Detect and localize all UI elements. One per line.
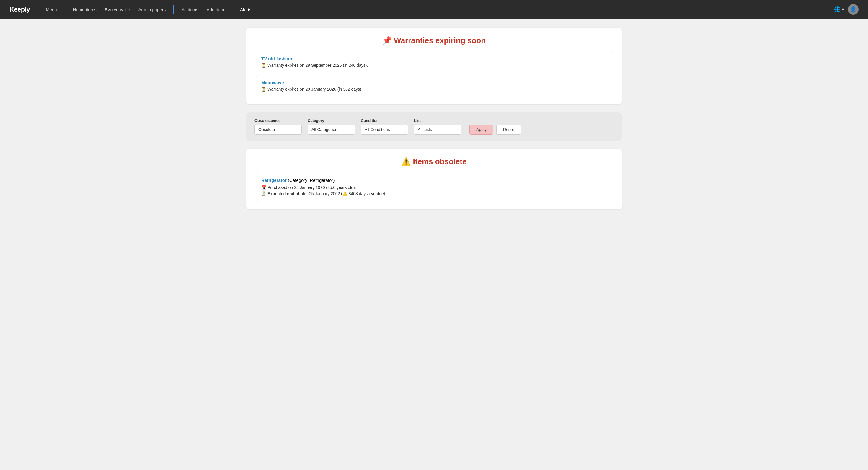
obsolete-card: ⚠️ Items obsolete Refrigerator (Category… <box>246 149 622 209</box>
filter-category-label: Category <box>308 118 355 123</box>
navbar: Keeply Menu Home items Everyday life Adm… <box>0 0 868 19</box>
warranties-card: 📌 Warranties expiring soon TV old-fashio… <box>246 28 622 104</box>
nav-home-items[interactable]: Home items <box>69 5 101 14</box>
nav-divider-3 <box>232 5 232 13</box>
language-selector[interactable]: 🌐 ▾ <box>834 6 844 13</box>
filter-obsolescence-label: Obsolescence <box>254 118 302 123</box>
warranties-title: 📌 Warranties expiring soon <box>256 36 612 45</box>
nav-all-items[interactable]: All items <box>178 5 203 14</box>
obsolete-item-refrigerator-link[interactable]: Refrigerator <box>261 178 287 183</box>
warranty-item-title-microwave[interactable]: Microwave <box>261 80 607 85</box>
filter-condition-select[interactable]: All Conditions Good Fair Poor <box>361 125 408 135</box>
chevron-down-icon: ▾ <box>842 6 844 13</box>
nav-menu[interactable]: Menu <box>42 5 61 14</box>
nav-alerts[interactable]: Alerts <box>236 5 255 14</box>
filter-category-select[interactable]: All Categories Refrigerator TV Microwave <box>308 125 355 135</box>
obsolete-item-refrigerator-suffix: (Category: Refrigerator) <box>287 178 335 183</box>
warranty-item-tv: TV old-fashion ⏳ Warranty expires on 29 … <box>256 52 612 72</box>
warranty-item-microwave: Microwave ⏳ Warranty expires on 29 Janua… <box>256 75 612 96</box>
reset-button[interactable]: Reset <box>496 125 521 135</box>
globe-icon: 🌐 <box>834 6 841 13</box>
logo[interactable]: Keeply <box>9 6 30 13</box>
filter-condition-label: Condition <box>361 118 408 123</box>
nav-group-left: Menu Home items Everyday life Admin pape… <box>42 5 255 14</box>
main-content: 📌 Warranties expiring soon TV old-fashio… <box>239 19 629 226</box>
filter-list-select[interactable]: All Lists Home items Everyday life <box>414 125 461 135</box>
nav-add-item[interactable]: Add item <box>203 5 228 14</box>
filter-obsolescence-group: Obsolescence Obsolete Not Obsolete All <box>254 118 302 135</box>
nav-everyday-life[interactable]: Everyday life <box>101 5 134 14</box>
filter-category-group: Category All Categories Refrigerator TV … <box>308 118 355 135</box>
obsolete-title: ⚠️ Items obsolete <box>256 157 612 166</box>
filter-condition-group: Condition All Conditions Good Fair Poor <box>361 118 408 135</box>
obsolete-item-refrigerator: Refrigerator (Category: Refrigerator) 📅 … <box>256 173 612 201</box>
end-of-life-value: 25 January 2002 (⚠️ 8408 days overdue). <box>309 191 386 196</box>
navbar-right: 🌐 ▾ 👤 <box>834 4 859 15</box>
nav-admin-papers[interactable]: Admin papers <box>134 5 170 14</box>
obsolete-item-end-of-life: ⏳ Expected end of life: 25 January 2002 … <box>261 191 607 196</box>
end-of-life-label: Expected end of life: <box>268 191 308 196</box>
hourglass-icon: ⏳ <box>261 191 266 196</box>
obsolete-item-refrigerator-title: Refrigerator (Category: Refrigerator) <box>261 178 607 183</box>
nav-divider-1 <box>65 5 65 13</box>
filter-actions: Apply Reset <box>469 125 521 135</box>
warranty-item-title-tv[interactable]: TV old-fashion <box>261 56 607 61</box>
filter-list-label: List <box>414 118 461 123</box>
filter-obsolescence-select[interactable]: Obsolete Not Obsolete All <box>254 125 302 135</box>
user-avatar[interactable]: 👤 <box>848 4 859 15</box>
filter-bar: Obsolescence Obsolete Not Obsolete All C… <box>246 113 622 140</box>
nav-divider-2 <box>173 5 174 13</box>
warranty-item-desc-tv: ⏳ Warranty expires on 29 September 2025 … <box>261 63 607 68</box>
filter-list-group: List All Lists Home items Everyday life <box>414 118 461 135</box>
apply-button[interactable]: Apply <box>469 125 493 135</box>
obsolete-item-purchased: 📅 Purchased on 25 January 1990 (35.0 yea… <box>261 185 607 190</box>
warranty-item-desc-microwave: ⏳ Warranty expires on 29 January 2026 (i… <box>261 87 607 92</box>
